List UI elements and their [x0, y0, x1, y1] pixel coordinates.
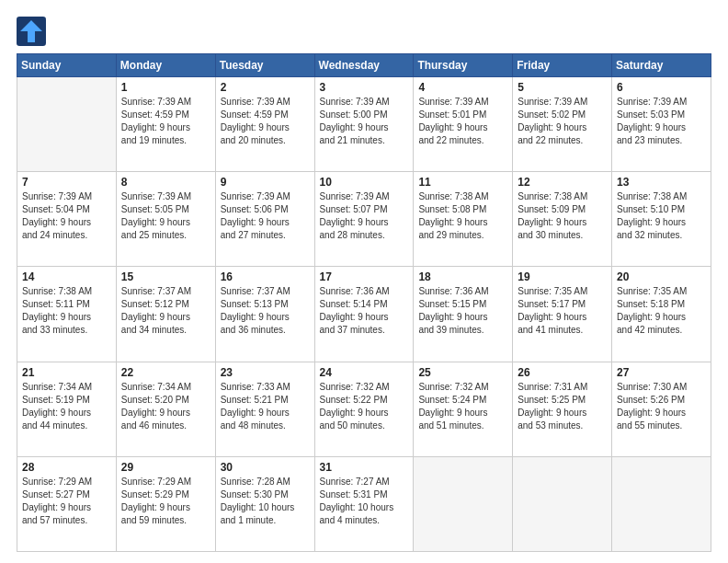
- calendar-cell: 24Sunrise: 7:32 AM Sunset: 5:22 PM Dayli…: [314, 362, 414, 456]
- calendar-cell: [414, 456, 513, 551]
- calendar-cell: 23Sunrise: 7:33 AM Sunset: 5:21 PM Dayli…: [215, 362, 314, 456]
- day-number: 4: [418, 81, 507, 94]
- logo: [17, 17, 50, 46]
- day-number: 22: [121, 366, 210, 379]
- day-info: Sunrise: 7:36 AM Sunset: 5:15 PM Dayligh…: [418, 285, 507, 337]
- calendar-cell: 1Sunrise: 7:39 AM Sunset: 4:59 PM Daylig…: [116, 77, 215, 172]
- calendar-cell: 28Sunrise: 7:29 AM Sunset: 5:27 PM Dayli…: [17, 456, 117, 551]
- calendar-cell: 3Sunrise: 7:39 AM Sunset: 5:00 PM Daylig…: [314, 77, 414, 172]
- week-row-1: 7Sunrise: 7:39 AM Sunset: 5:04 PM Daylig…: [17, 172, 711, 267]
- calendar-cell: 5Sunrise: 7:39 AM Sunset: 5:02 PM Daylig…: [513, 77, 612, 172]
- calendar-cell: 27Sunrise: 7:30 AM Sunset: 5:26 PM Dayli…: [612, 362, 711, 456]
- page: SundayMondayTuesdayWednesdayThursdayFrid…: [0, 0, 728, 563]
- calendar-cell: [513, 456, 612, 551]
- day-number: 19: [518, 270, 607, 283]
- day-info: Sunrise: 7:34 AM Sunset: 5:19 PM Dayligh…: [22, 381, 111, 432]
- day-number: 29: [121, 461, 210, 474]
- day-number: 16: [221, 270, 310, 283]
- day-number: 28: [22, 461, 111, 474]
- calendar-table: SundayMondayTuesdayWednesdayThursdayFrid…: [17, 53, 711, 552]
- day-info: Sunrise: 7:39 AM Sunset: 5:04 PM Dayligh…: [22, 190, 111, 242]
- day-info: Sunrise: 7:32 AM Sunset: 5:22 PM Dayligh…: [320, 381, 409, 432]
- day-info: Sunrise: 7:35 AM Sunset: 5:17 PM Dayligh…: [518, 285, 607, 337]
- calendar-cell: 12Sunrise: 7:38 AM Sunset: 5:09 PM Dayli…: [513, 172, 612, 267]
- day-info: Sunrise: 7:35 AM Sunset: 5:18 PM Dayligh…: [617, 285, 706, 337]
- day-info: Sunrise: 7:31 AM Sunset: 5:25 PM Dayligh…: [518, 381, 607, 432]
- day-info: Sunrise: 7:29 AM Sunset: 5:29 PM Dayligh…: [121, 476, 210, 527]
- day-number: 3: [320, 81, 409, 94]
- week-row-2: 14Sunrise: 7:38 AM Sunset: 5:11 PM Dayli…: [17, 267, 711, 362]
- day-number: 24: [320, 366, 409, 379]
- day-number: 31: [320, 461, 409, 474]
- day-info: Sunrise: 7:39 AM Sunset: 5:07 PM Dayligh…: [320, 190, 409, 242]
- day-number: 9: [221, 176, 310, 189]
- day-info: Sunrise: 7:39 AM Sunset: 5:01 PM Dayligh…: [418, 96, 507, 147]
- week-row-3: 21Sunrise: 7:34 AM Sunset: 5:19 PM Dayli…: [17, 362, 711, 456]
- day-info: Sunrise: 7:37 AM Sunset: 5:13 PM Dayligh…: [221, 285, 310, 337]
- day-info: Sunrise: 7:36 AM Sunset: 5:14 PM Dayligh…: [320, 285, 409, 337]
- day-number: 27: [617, 366, 706, 379]
- day-number: 7: [22, 176, 111, 189]
- day-info: Sunrise: 7:38 AM Sunset: 5:11 PM Dayligh…: [22, 285, 111, 337]
- calendar-cell: 14Sunrise: 7:38 AM Sunset: 5:11 PM Dayli…: [17, 267, 117, 362]
- calendar-cell: 19Sunrise: 7:35 AM Sunset: 5:17 PM Dayli…: [513, 267, 612, 362]
- day-number: 20: [617, 270, 706, 283]
- day-number: 13: [617, 176, 706, 189]
- day-info: Sunrise: 7:38 AM Sunset: 5:08 PM Dayligh…: [418, 190, 507, 242]
- calendar-cell: 9Sunrise: 7:39 AM Sunset: 5:06 PM Daylig…: [215, 172, 314, 267]
- day-number: 1: [121, 81, 210, 94]
- day-number: 26: [518, 366, 607, 379]
- day-info: Sunrise: 7:30 AM Sunset: 5:26 PM Dayligh…: [617, 381, 706, 432]
- day-number: 21: [22, 366, 111, 379]
- calendar-cell: 18Sunrise: 7:36 AM Sunset: 5:15 PM Dayli…: [414, 267, 513, 362]
- weekday-friday: Friday: [513, 54, 612, 77]
- day-info: Sunrise: 7:29 AM Sunset: 5:27 PM Dayligh…: [22, 476, 111, 527]
- calendar-cell: 10Sunrise: 7:39 AM Sunset: 5:07 PM Dayli…: [314, 172, 414, 267]
- calendar-cell: 20Sunrise: 7:35 AM Sunset: 5:18 PM Dayli…: [612, 267, 711, 362]
- day-number: 12: [518, 176, 607, 189]
- day-info: Sunrise: 7:39 AM Sunset: 5:05 PM Dayligh…: [121, 190, 210, 242]
- day-info: Sunrise: 7:39 AM Sunset: 4:59 PM Dayligh…: [221, 96, 310, 147]
- calendar-cell: 7Sunrise: 7:39 AM Sunset: 5:04 PM Daylig…: [17, 172, 117, 267]
- weekday-saturday: Saturday: [612, 54, 711, 77]
- day-number: 25: [418, 366, 507, 379]
- header: [17, 17, 711, 46]
- weekday-wednesday: Wednesday: [314, 54, 414, 77]
- day-info: Sunrise: 7:38 AM Sunset: 5:09 PM Dayligh…: [518, 190, 607, 242]
- calendar-cell: 4Sunrise: 7:39 AM Sunset: 5:01 PM Daylig…: [414, 77, 513, 172]
- calendar-cell: 26Sunrise: 7:31 AM Sunset: 5:25 PM Dayli…: [513, 362, 612, 456]
- calendar-cell: 22Sunrise: 7:34 AM Sunset: 5:20 PM Dayli…: [116, 362, 215, 456]
- calendar-cell: 29Sunrise: 7:29 AM Sunset: 5:29 PM Dayli…: [116, 456, 215, 551]
- day-info: Sunrise: 7:28 AM Sunset: 5:30 PM Dayligh…: [221, 476, 310, 527]
- weekday-monday: Monday: [116, 54, 215, 77]
- day-info: Sunrise: 7:39 AM Sunset: 5:06 PM Dayligh…: [221, 190, 310, 242]
- day-number: 6: [617, 81, 706, 94]
- day-number: 30: [221, 461, 310, 474]
- day-number: 14: [22, 270, 111, 283]
- day-info: Sunrise: 7:39 AM Sunset: 5:02 PM Dayligh…: [518, 96, 607, 147]
- week-row-4: 28Sunrise: 7:29 AM Sunset: 5:27 PM Dayli…: [17, 456, 711, 551]
- day-number: 2: [221, 81, 310, 94]
- day-info: Sunrise: 7:32 AM Sunset: 5:24 PM Dayligh…: [418, 381, 507, 432]
- weekday-header-row: SundayMondayTuesdayWednesdayThursdayFrid…: [17, 54, 711, 77]
- weekday-thursday: Thursday: [414, 54, 513, 77]
- day-number: 15: [121, 270, 210, 283]
- calendar-cell: 31Sunrise: 7:27 AM Sunset: 5:31 PM Dayli…: [314, 456, 414, 551]
- calendar-cell: 8Sunrise: 7:39 AM Sunset: 5:05 PM Daylig…: [116, 172, 215, 267]
- day-info: Sunrise: 7:33 AM Sunset: 5:21 PM Dayligh…: [221, 381, 310, 432]
- day-number: 18: [418, 270, 507, 283]
- calendar-cell: 30Sunrise: 7:28 AM Sunset: 5:30 PM Dayli…: [215, 456, 314, 551]
- day-number: 8: [121, 176, 210, 189]
- day-number: 17: [320, 270, 409, 283]
- calendar-cell: 17Sunrise: 7:36 AM Sunset: 5:14 PM Dayli…: [314, 267, 414, 362]
- calendar-cell: 21Sunrise: 7:34 AM Sunset: 5:19 PM Dayli…: [17, 362, 117, 456]
- day-info: Sunrise: 7:39 AM Sunset: 5:03 PM Dayligh…: [617, 96, 706, 147]
- weekday-tuesday: Tuesday: [215, 54, 314, 77]
- calendar-cell: 25Sunrise: 7:32 AM Sunset: 5:24 PM Dayli…: [414, 362, 513, 456]
- day-number: 23: [221, 366, 310, 379]
- day-number: 5: [518, 81, 607, 94]
- calendar-cell: [612, 456, 711, 551]
- day-number: 11: [418, 176, 507, 189]
- calendar-cell: 6Sunrise: 7:39 AM Sunset: 5:03 PM Daylig…: [612, 77, 711, 172]
- day-info: Sunrise: 7:38 AM Sunset: 5:10 PM Dayligh…: [617, 190, 706, 242]
